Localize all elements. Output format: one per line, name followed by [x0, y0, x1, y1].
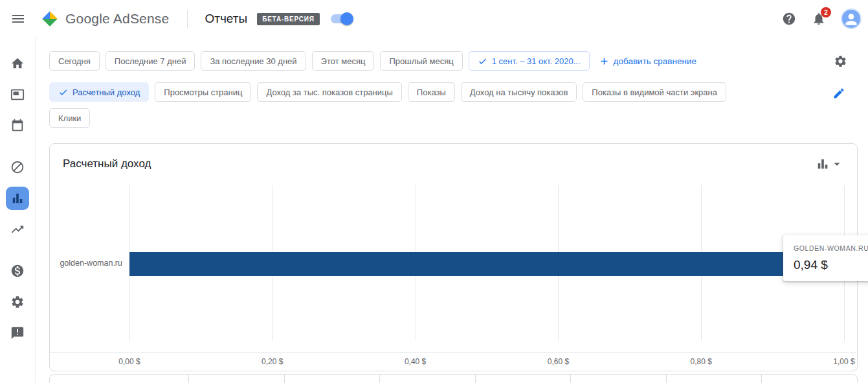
sidebar-item-payments[interactable] [2, 255, 33, 286]
logo-text: Google AdSense [65, 11, 169, 27]
notification-badge: 2 [821, 7, 831, 17]
chart-title: Расчетный доход [63, 157, 151, 170]
chart-type-selector[interactable] [816, 157, 844, 171]
notifications-icon[interactable]: 2 [806, 6, 832, 32]
table-header-cell [189, 375, 285, 383]
home-icon [6, 52, 29, 75]
date-chip-2[interactable]: За последние 30 дней [201, 51, 306, 71]
metric-chip-1[interactable]: Просмотры страниц [155, 82, 251, 102]
date-filter-row: СегодняПоследние 7 днейЗа последние 30 д… [49, 51, 858, 71]
ad-units-icon [6, 114, 29, 137]
help-icon[interactable] [776, 6, 802, 32]
x-axis-labels: 0,00 $0,20 $0,40 $0,60 $0,80 $1,00 $ [129, 353, 844, 371]
date-chip-row: СегодняПоследние 7 днейЗа последние 30 д… [49, 51, 590, 71]
beta-badge: БЕТА-ВЕРСИЯ [257, 13, 320, 25]
adsense-logo[interactable]: Google AdSense [40, 9, 169, 29]
optimization-icon [6, 218, 29, 241]
table-header-cell [571, 375, 667, 383]
data-table-cutoff [49, 374, 858, 383]
metric-selector: Расчетный доходПросмотры страницДоход за… [49, 82, 858, 134]
date-chip-5[interactable]: 1 сент. – 31 окт. 2020... [469, 51, 590, 71]
chart-tooltip: GOLDEN-WOMAN.RU 0,94 $ [783, 235, 868, 281]
date-chip-3[interactable]: Этот месяц [312, 51, 375, 71]
metric-chip-0[interactable]: Расчетный доход [49, 82, 149, 102]
x-tick-label: 0,60 $ [548, 357, 569, 366]
x-tick-label: 1,00 $ [833, 357, 854, 366]
chart-card: Расчетный доход golden-woman.ru 0,00 $0,… [49, 143, 858, 371]
sidebar-item-ad-units[interactable] [2, 110, 33, 141]
payments-icon [6, 259, 29, 283]
feedback-icon [6, 321, 29, 345]
sidebar-item-reports[interactable] [2, 183, 33, 214]
table-header-cell [667, 375, 762, 383]
date-chip-0[interactable]: Сегодня [49, 51, 100, 71]
table-header-cell [285, 375, 381, 383]
x-tick-label: 0,20 $ [262, 357, 283, 366]
date-chip-4[interactable]: Прошлый месяц [380, 51, 462, 71]
metric-chip-2[interactable]: Доход за тыс. показов страницы [257, 82, 401, 102]
header-divider [187, 10, 188, 28]
y-axis-category-label: golden-woman.ru [58, 185, 122, 341]
metric-chip-5[interactable]: Показы в видимой части экрана [583, 82, 726, 102]
sidebar-item-ads[interactable] [2, 79, 33, 110]
table-header-cell [50, 375, 189, 383]
report-settings-gear-icon[interactable] [830, 51, 850, 71]
chart-card-header: Расчетный доход [50, 144, 857, 184]
sidebar-item-optimization[interactable] [2, 214, 33, 245]
metric-chip-row-2: Клики [49, 108, 858, 128]
table-header-cell [380, 375, 476, 383]
topbar-actions: 2 [776, 6, 868, 32]
tooltip-value: 0,94 $ [794, 258, 868, 272]
metric-chip-row-1: Расчетный доходПросмотры страницДоход за… [49, 82, 858, 102]
reports-icon [6, 187, 29, 210]
ads-icon [6, 83, 29, 106]
beta-toggle[interactable] [329, 12, 353, 25]
sidebar-item-settings[interactable] [2, 286, 33, 318]
sidebar-item-feedback[interactable] [2, 318, 33, 349]
plus-icon [599, 56, 610, 67]
table-header-cell [476, 375, 572, 383]
metric-chip-row2-0[interactable]: Клики [49, 108, 90, 128]
chevron-down-icon [830, 157, 844, 171]
hamburger-menu-icon[interactable] [3, 3, 34, 34]
person-icon [843, 11, 860, 28]
edit-metrics-pencil-icon[interactable] [830, 85, 847, 102]
add-comparison-label: добавить сравнение [614, 56, 696, 66]
chart-bar-golden-woman.ru[interactable] [129, 252, 801, 276]
sidebar [0, 38, 36, 383]
tooltip-label: GOLDEN-WOMAN.RU [794, 244, 868, 252]
bar-chart-icon [816, 157, 830, 171]
sidebar-item-blocking-controls[interactable] [2, 152, 33, 183]
blocking-controls-icon [6, 156, 29, 179]
settings-icon [6, 290, 29, 314]
x-tick-label: 0,40 $ [405, 357, 426, 366]
toggle-thumb [340, 12, 353, 25]
metric-chip-4[interactable]: Доход на тысячу показов [461, 82, 577, 102]
plot-area [129, 185, 844, 341]
top-app-bar: Google AdSense Отчеты БЕТА-ВЕРСИЯ 2 [0, 0, 868, 38]
table-header-cell [762, 375, 857, 383]
adsense-logo-icon [40, 9, 60, 29]
x-tick-label: 0,00 $ [118, 357, 140, 366]
sidebar-item-home[interactable] [2, 48, 33, 79]
x-tick-label: 0,80 $ [691, 357, 712, 366]
date-chip-1[interactable]: Последние 7 дней [106, 51, 195, 71]
avatar[interactable] [841, 8, 862, 29]
add-comparison-button[interactable]: добавить сравнение [599, 56, 696, 67]
metric-chip-3[interactable]: Показы [408, 82, 455, 102]
page-title: Отчеты [205, 12, 247, 26]
